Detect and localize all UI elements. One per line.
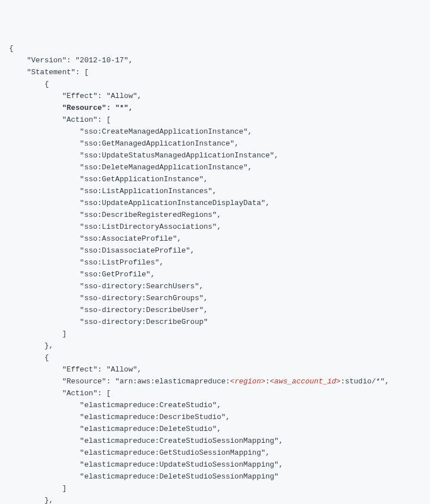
code-line: }, [9,340,421,352]
code-line: { [9,78,421,90]
code-line: "sso-directory:SearchUsers", [9,280,421,292]
code-token: "sso:UpdateApplicationInstanceDisplayDat… [80,199,270,207]
code-token: "Statement": [ [27,68,88,76]
code-line: "sso:AssociateProfile", [9,233,421,245]
code-line: "elasticmapreduce:GetStudioSessionMappin… [9,447,421,459]
code-token: :studio/*", [340,377,389,386]
code-token: "Effect": "Allow", [62,92,142,100]
code-token: "sso:GetManagedApplicationInstance", [80,139,239,148]
code-token: "Effect": "Allow", [62,365,142,374]
code-line: ] [9,328,421,340]
code-line: "Action": [ [9,114,421,126]
code-token: "sso-directory:SearchGroups", [80,294,208,302]
code-token: "sso:ListProfiles", [80,258,164,267]
code-line: "sso:DeleteManagedApplicationInstance", [9,161,421,173]
code-token: "sso:AssociateProfile", [80,234,181,243]
code-token: { [44,353,49,362]
code-line: "Statement": [ [9,66,421,78]
code-token: "elasticmapreduce:GetStudioSessionMappin… [80,449,270,457]
iam-policy-code-block: { "Version": "2012-10-17", "Statement": … [9,42,421,504]
code-token: "sso-directory:DescribeGroup" [80,318,208,326]
code-token: "sso:DisassociateProfile", [80,246,195,255]
code-line: "sso:CreateManagedApplicationInstance", [9,126,421,138]
code-line: "sso-directory:DescribeUser", [9,304,421,316]
code-line: "sso:UpdateApplicationInstanceDisplayDat… [9,197,421,209]
code-token: "sso:DescribeRegisteredRegions", [80,211,222,219]
code-token: "Resource": "*", [62,104,133,112]
code-token: "elasticmapreduce:DeleteStudioSessionMap… [80,472,279,481]
code-line: "Version": "2012-10-17", [9,54,421,66]
code-token: { [44,80,49,88]
code-token: "Version": "2012-10-17", [27,56,133,65]
code-line: "elasticmapreduce:DeleteStudioSessionMap… [9,471,421,482]
code-line: ] [9,482,421,494]
code-line: }, [9,494,421,504]
code-line: "elasticmapreduce:CreateStudioSessionMap… [9,435,421,447]
code-line: { [9,42,421,54]
code-line: "Resource": "*", [9,102,421,114]
code-line: "Action": [ [9,387,421,399]
code-token: "elasticmapreduce:DescribeStudio", [80,413,230,421]
code-token: "Resource": "arn:aws:elasticmapreduce: [62,377,230,386]
code-line: "Resource": "arn:aws:elasticmapreduce:<r… [9,375,421,387]
code-token: }, [44,341,53,350]
code-token: "elasticmapreduce:CreateStudioSessionMap… [80,437,283,445]
code-token: "sso:DeleteManagedApplicationInstance", [80,163,252,172]
code-token: "sso:UpdateStatusManagedApplicationInsta… [80,151,279,160]
code-token: "elasticmapreduce:DeleteStudio", [80,425,222,433]
code-token: ] [62,330,67,338]
code-token: }, [44,496,53,504]
code-line: "elasticmapreduce:DeleteStudio", [9,423,421,435]
code-line: "sso:GetApplicationInstance", [9,173,421,185]
code-line: "sso:GetProfile", [9,268,421,280]
code-line: "sso-directory:DescribeGroup" [9,316,421,328]
code-line: "elasticmapreduce:UpdateStudioSessionMap… [9,459,421,471]
code-token: "sso:ListDirectoryAssociations", [80,223,222,231]
code-line: "sso:DisassociateProfile", [9,245,421,257]
code-line: "Effect": "Allow", [9,90,421,102]
code-token: "Action": [ [62,389,111,398]
code-line: "sso:UpdateStatusManagedApplicationInsta… [9,150,421,161]
code-line: "sso:ListApplicationInstances", [9,185,421,197]
code-token: "sso:GetProfile", [80,270,155,279]
code-line: "sso:ListProfiles", [9,257,421,268]
code-line: "elasticmapreduce:DescribeStudio", [9,411,421,423]
code-line: "Effect": "Allow", [9,364,421,375]
code-token: ] [62,484,67,493]
code-line: "sso-directory:SearchGroups", [9,292,421,304]
code-token: "sso-directory:DescribeUser", [80,306,208,314]
code-token: "sso:ListApplicationInstances", [80,187,217,195]
code-line: "elasticmapreduce:CreateStudio", [9,399,421,411]
code-token: "sso:CreateManagedApplicationInstance", [80,127,252,136]
code-line: "sso:DescribeRegisteredRegions", [9,209,421,221]
code-token: "elasticmapreduce:CreateStudio", [80,401,222,409]
code-line: { [9,352,421,364]
code-line: "sso:ListDirectoryAssociations", [9,221,421,233]
code-token: { [9,44,14,53]
code-line: "sso:GetManagedApplicationInstance", [9,138,421,150]
code-token: "Action": [ [62,116,111,124]
replaceable-token: <aws_account_id> [270,377,340,386]
code-token: "elasticmapreduce:UpdateStudioSessionMap… [80,460,283,469]
code-token: "sso:GetApplicationInstance", [80,175,208,183]
code-token: "sso-directory:SearchUsers", [80,282,203,291]
replaceable-token: <region> [230,377,265,386]
